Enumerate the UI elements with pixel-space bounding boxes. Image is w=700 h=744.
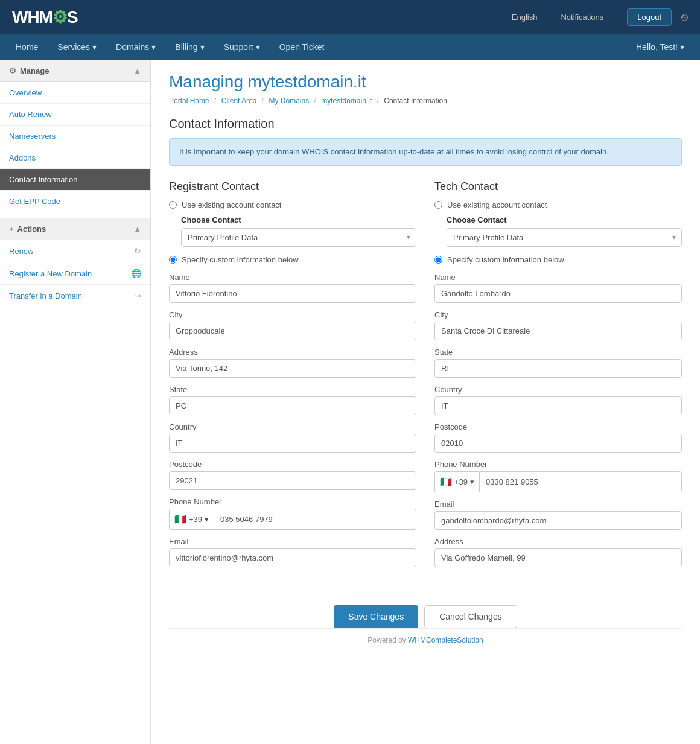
logout-button[interactable]: Logout bbox=[627, 8, 672, 26]
breadcrumb-portal-home[interactable]: Portal Home bbox=[169, 97, 209, 105]
registrant-phone-input[interactable] bbox=[214, 509, 416, 530]
registrant-country-input[interactable] bbox=[169, 434, 416, 453]
registrant-use-existing-radio[interactable] bbox=[169, 201, 177, 209]
tech-postcode-input[interactable] bbox=[434, 434, 682, 453]
nav-greeting[interactable]: Hello, Test! ▾ bbox=[626, 35, 694, 59]
tech-address-input[interactable] bbox=[434, 548, 682, 567]
registrant-phone-prefix[interactable]: 🇮🇹 +39 ▾ bbox=[169, 509, 214, 530]
nav-billing[interactable]: Billing ▾ bbox=[165, 35, 214, 59]
tech-title: Tech Contact bbox=[434, 180, 682, 193]
sidebar-action-transfer-domain[interactable]: Transfer in a Domain ↪ bbox=[0, 285, 150, 307]
tech-country-input[interactable] bbox=[434, 396, 682, 415]
sidebar-item-nameservers[interactable]: Nameservers bbox=[0, 126, 150, 147]
tech-address-group: Address bbox=[434, 537, 682, 567]
registrant-phone-dropdown-icon: ▾ bbox=[205, 515, 209, 524]
tech-email-input[interactable] bbox=[434, 511, 682, 530]
footer-text: Powered by bbox=[368, 636, 408, 644]
tech-flag: 🇮🇹 bbox=[440, 476, 452, 488]
sidebar-item-overview[interactable]: Overview bbox=[0, 82, 150, 104]
nav-open-ticket[interactable]: Open Ticket bbox=[270, 35, 334, 59]
sidebar-item-addons[interactable]: Addons bbox=[0, 147, 150, 169]
breadcrumb-my-domains[interactable]: My Domains bbox=[269, 97, 309, 105]
greeting-text: Hello, Test! bbox=[636, 42, 678, 52]
register-icon: 🌐 bbox=[131, 269, 141, 278]
registrant-country-label: Country bbox=[169, 422, 416, 431]
tech-phone-input[interactable] bbox=[479, 471, 682, 492]
notifications-button[interactable]: Notifications bbox=[561, 13, 603, 22]
sidebar-item-autorenew[interactable]: Auto Renew bbox=[0, 104, 150, 126]
tech-city-input[interactable] bbox=[434, 322, 682, 340]
registrant-name-label: Name bbox=[169, 273, 416, 282]
sidebar-item-contact-information[interactable]: Contact Information bbox=[0, 169, 150, 191]
tech-column: Tech Contact Use existing account contac… bbox=[434, 180, 682, 574]
billing-dropdown-icon: ▾ bbox=[200, 42, 205, 52]
nav-support[interactable]: Support ▾ bbox=[214, 35, 270, 59]
tech-phone-label: Phone Number bbox=[434, 460, 682, 469]
sidebar-action-register-domain[interactable]: Register a New Domain 🌐 bbox=[0, 262, 150, 285]
save-changes-button[interactable]: Save Changes bbox=[334, 605, 418, 628]
sidebar: ⚙Manage ▲ Overview Auto Renew Nameserver… bbox=[0, 60, 151, 744]
nav-domains[interactable]: Domains ▾ bbox=[106, 35, 165, 59]
sidebar-manage-header: ⚙Manage ▲ bbox=[0, 60, 150, 82]
tech-state-input[interactable] bbox=[434, 359, 682, 378]
tech-use-existing-label: Use existing account contact bbox=[447, 200, 547, 209]
tech-select-wrapper: Primary Profile Data ▾ bbox=[434, 228, 682, 247]
language-selector[interactable]: English bbox=[512, 13, 538, 22]
registrant-name-input[interactable] bbox=[169, 284, 416, 303]
content-area: Managing mytestdomain.it Portal Home / C… bbox=[151, 60, 700, 744]
sidebar-item-get-epp-code[interactable]: Get EPP Code bbox=[0, 191, 150, 212]
breadcrumb-current: Contact Information bbox=[384, 97, 447, 105]
tech-choose-label: Choose Contact bbox=[434, 215, 682, 224]
breadcrumb-domain[interactable]: mytestdomain.it bbox=[321, 97, 372, 105]
registrant-city-input[interactable] bbox=[169, 322, 416, 340]
registrant-specify-radio[interactable] bbox=[169, 256, 177, 264]
top-bar: WHM⚙S English ▾ Notifications ▾ Logout ⎋ bbox=[0, 0, 700, 34]
registrant-city-group: City bbox=[169, 310, 416, 340]
bottom-buttons: Save Changes Cancel Changes bbox=[169, 593, 682, 628]
footer: Powered by WHMCompleteSolution bbox=[169, 628, 682, 652]
tech-postcode-group: Postcode bbox=[434, 422, 682, 453]
tech-phone-code: +39 bbox=[454, 477, 468, 486]
tech-contact-select[interactable]: Primary Profile Data bbox=[447, 228, 682, 247]
registrant-country-group: Country bbox=[169, 422, 416, 453]
breadcrumb-client-area[interactable]: Client Area bbox=[221, 97, 257, 105]
tech-country-label: Country bbox=[434, 385, 682, 394]
external-link-icon[interactable]: ⎋ bbox=[681, 11, 688, 24]
footer-link[interactable]: WHMCompleteSolution bbox=[408, 636, 483, 644]
registrant-state-input[interactable] bbox=[169, 396, 416, 415]
registrant-email-input[interactable] bbox=[169, 548, 416, 567]
registrant-city-label: City bbox=[169, 310, 416, 319]
nav-home[interactable]: Home bbox=[6, 35, 48, 59]
tech-name-group: Name bbox=[434, 273, 682, 303]
sidebar-manage-chevron: ▲ bbox=[133, 66, 141, 75]
tech-phone-prefix[interactable]: 🇮🇹 +39 ▾ bbox=[434, 471, 479, 492]
registrant-contact-select[interactable]: Primary Profile Data bbox=[181, 228, 416, 247]
registrant-email-label: Email bbox=[169, 537, 416, 546]
sidebar-actions-chevron: ▲ bbox=[133, 224, 141, 234]
tech-use-existing-radio[interactable] bbox=[434, 201, 442, 209]
domains-dropdown-icon: ▾ bbox=[151, 42, 156, 52]
registrant-use-existing-row: Use existing account contact bbox=[169, 200, 416, 209]
sidebar-gear-icon: ⚙ bbox=[9, 66, 16, 75]
registrant-phone-label: Phone Number bbox=[169, 497, 416, 506]
tech-specify-label: Specify custom information below bbox=[447, 255, 564, 264]
tech-specify-radio[interactable] bbox=[434, 256, 442, 264]
registrant-postcode-input[interactable] bbox=[169, 471, 416, 490]
registrant-state-group: State bbox=[169, 385, 416, 415]
main-container: ⚙Manage ▲ Overview Auto Renew Nameserver… bbox=[0, 60, 700, 744]
cancel-changes-button[interactable]: Cancel Changes bbox=[424, 605, 517, 628]
sidebar-action-renew[interactable]: Renew ↻ bbox=[0, 240, 150, 262]
services-dropdown-icon: ▾ bbox=[92, 42, 97, 52]
registrant-flag: 🇮🇹 bbox=[174, 513, 186, 525]
registrant-address-input[interactable] bbox=[169, 359, 416, 378]
top-bar-right: English ▾ Notifications ▾ Logout ⎋ bbox=[512, 8, 688, 26]
registrant-email-group: Email bbox=[169, 537, 416, 567]
tech-name-input[interactable] bbox=[434, 284, 682, 303]
page-title: Managing mytestdomain.it bbox=[169, 72, 682, 92]
section-title: Contact Information bbox=[169, 117, 682, 131]
registrant-postcode-label: Postcode bbox=[169, 460, 416, 469]
tech-phone-row: 🇮🇹 +39 ▾ bbox=[434, 471, 682, 492]
nav-services[interactable]: Services ▾ bbox=[48, 35, 106, 59]
lang-dropdown-icon: ▾ bbox=[547, 12, 551, 22]
nav-bar-left: Home Services ▾ Domains ▾ Billing ▾ Supp… bbox=[6, 35, 334, 59]
